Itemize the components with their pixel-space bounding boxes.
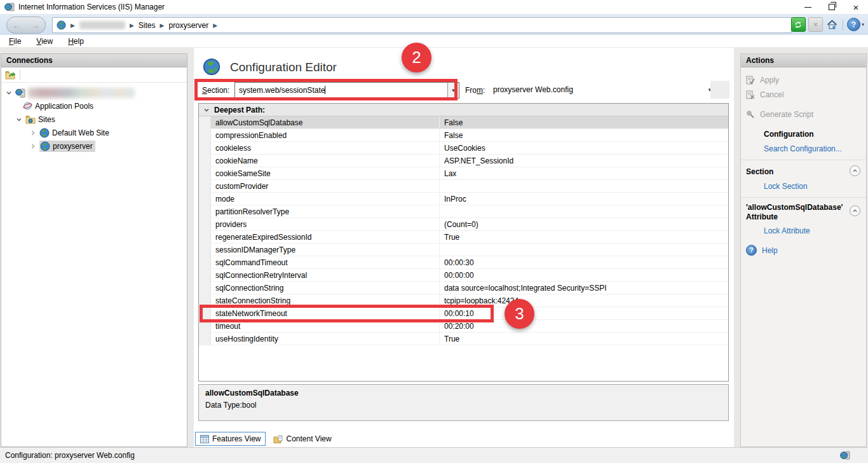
connections-toolbar <box>1 67 187 83</box>
menu-view[interactable]: View <box>30 37 59 46</box>
chevron-down-icon <box>203 107 210 113</box>
address-bar: ← → ▶ ▶ Sites ▶ proxyserver ▶ × ? ▾ <box>0 14 868 36</box>
lock-attribute-link[interactable]: Lock Attribute <box>741 223 866 238</box>
table-row[interactable]: sqlConnectionStringdata source=localhost… <box>199 282 728 294</box>
property-value[interactable]: True <box>439 333 728 345</box>
breadcrumb-arrow-icon: ▶ <box>213 22 217 29</box>
property-value[interactable]: False <box>439 116 728 128</box>
forward-icon[interactable]: → <box>31 20 40 31</box>
help-button[interactable]: ? ▾ <box>847 18 864 31</box>
server-name-redacted[interactable] <box>79 21 125 29</box>
table-row[interactable]: sqlConnectionRetryInterval00:00:00 <box>199 269 728 282</box>
property-value[interactable]: 00:00:00 <box>439 269 728 281</box>
grid-group-header[interactable]: Deepest Path: <box>199 104 728 116</box>
attribute-group-heading[interactable]: 'allowCustomSqlDatabase' Attribute <box>741 202 866 223</box>
collapse-icon[interactable] <box>850 165 860 176</box>
breadcrumb-site-name[interactable]: proxyserver <box>168 21 208 30</box>
title-bar: Internet Information Services (IIS) Mana… <box>0 0 868 14</box>
annotation-step-2: 2 <box>402 43 431 73</box>
minimize-button[interactable] <box>796 0 820 14</box>
property-value[interactable]: data source=localhost;Integrated Securit… <box>439 282 728 294</box>
collapse-icon[interactable] <box>850 205 860 216</box>
grid-group-label: Deepest Path: <box>214 106 265 114</box>
address-bar-buttons: × ? ▾ <box>791 17 864 32</box>
apply-button[interactable]: Apply <box>741 73 866 87</box>
refresh-button[interactable] <box>791 17 806 32</box>
stop-button[interactable]: × <box>808 17 823 32</box>
lock-section-link[interactable]: Lock Section <box>741 179 866 193</box>
table-row[interactable]: sessionIDManagerType <box>199 244 728 256</box>
table-row[interactable]: allowCustomSqlDatabaseFalse <box>199 116 728 129</box>
iis-logo-icon <box>840 450 850 460</box>
table-row[interactable]: cookielessUseCookies <box>199 142 728 155</box>
table-row[interactable]: cookieNameASP.NET_SessionId <box>199 155 728 167</box>
window-title: Internet Information Services (IIS) Mana… <box>18 3 165 11</box>
table-row[interactable]: regenerateExpiredSessionIdTrue <box>199 231 728 244</box>
globe-icon <box>57 20 66 30</box>
help-link[interactable]: ? Help <box>741 243 866 258</box>
tree-item-proxyserver[interactable]: proxyserver <box>1 139 187 153</box>
tree-item-sites[interactable]: Sites <box>1 113 187 126</box>
property-name: useHostingIdentity <box>211 333 439 345</box>
generate-script-button[interactable]: Generate Script <box>741 107 866 121</box>
tree-item-application-pools[interactable]: Application Pools <box>1 99 187 113</box>
property-value[interactable]: Lax <box>439 167 728 179</box>
help-icon: ? <box>847 18 860 31</box>
application-pools-icon <box>23 101 32 111</box>
table-row[interactable]: compressionEnabledFalse <box>199 129 728 142</box>
property-value[interactable] <box>439 205 728 218</box>
chevron-down-icon[interactable] <box>5 90 13 96</box>
property-value[interactable] <box>439 180 728 192</box>
status-bar: Configuration: proxyserver Web.config <box>0 447 868 463</box>
tree-item-server[interactable] <box>1 86 187 99</box>
property-value[interactable]: InProc <box>439 193 728 205</box>
table-row[interactable]: customProvider <box>199 180 728 193</box>
breadcrumb-sites[interactable]: Sites <box>139 21 156 30</box>
chevron-right-icon[interactable] <box>29 143 37 149</box>
menu-help[interactable]: Help <box>62 37 90 46</box>
tab-features-view[interactable]: Features View <box>195 432 266 446</box>
chevron-down-icon[interactable] <box>15 116 23 123</box>
property-value[interactable]: False <box>439 129 728 141</box>
table-row[interactable]: partitionResolverType <box>199 205 728 218</box>
generate-script-icon <box>746 110 755 119</box>
table-row[interactable]: providers(Count=0) <box>199 218 728 231</box>
table-row[interactable]: modeInProc <box>199 193 728 205</box>
divider <box>741 197 866 198</box>
property-value[interactable] <box>439 244 728 256</box>
table-row[interactable]: useHostingIdentityTrue <box>199 333 728 345</box>
content-view-icon <box>273 435 283 443</box>
cancel-button[interactable]: Cancel <box>741 87 866 102</box>
connect-icon[interactable] <box>5 71 15 79</box>
section-group-heading[interactable]: Section <box>741 164 866 179</box>
description-text: Data Type:bool <box>205 401 722 410</box>
property-name: cookieName <box>211 155 439 167</box>
close-button[interactable]: × <box>844 0 868 14</box>
table-row[interactable]: sqlCommandTimeout00:00:30 <box>199 256 728 269</box>
property-value[interactable]: (Count=0) <box>439 218 728 230</box>
property-description-box: allowCustomSqlDatabase Data Type:bool <box>198 384 729 421</box>
property-name: sqlCommandTimeout <box>211 256 439 268</box>
property-value[interactable]: UseCookies <box>439 142 728 154</box>
action-label: Generate Script <box>760 110 813 119</box>
annotation-rect-timeout <box>200 305 494 322</box>
property-value[interactable]: 00:00:30 <box>439 256 728 268</box>
chevron-right-icon[interactable] <box>29 130 37 136</box>
breadcrumb-arrow-icon: ▶ <box>71 22 75 29</box>
tree-item-default-web-site[interactable]: Default Web Site <box>1 126 187 139</box>
status-text: Configuration: proxyserver Web.config <box>5 451 135 460</box>
connections-panel: Connections Application Pools Sites <box>1 53 187 447</box>
breadcrumb-arrow-icon: ▶ <box>130 22 134 29</box>
tab-content-view[interactable]: Content View <box>268 432 336 446</box>
restore-button[interactable] <box>820 0 844 14</box>
from-dropdown[interactable]: proxyserver Web.config ▼ <box>489 82 716 97</box>
home-button[interactable] <box>825 18 839 31</box>
from-label: From: <box>465 86 485 95</box>
view-tabs: Features View Content View <box>195 432 337 446</box>
table-row[interactable]: cookieSameSiteLax <box>199 167 728 180</box>
search-configuration-link[interactable]: Search Configuration... <box>741 141 866 156</box>
property-value[interactable]: ASP.NET_SessionId <box>439 155 728 167</box>
property-value[interactable]: True <box>439 231 728 243</box>
back-icon[interactable]: ← <box>12 20 21 31</box>
menu-file[interactable]: File <box>3 37 27 46</box>
